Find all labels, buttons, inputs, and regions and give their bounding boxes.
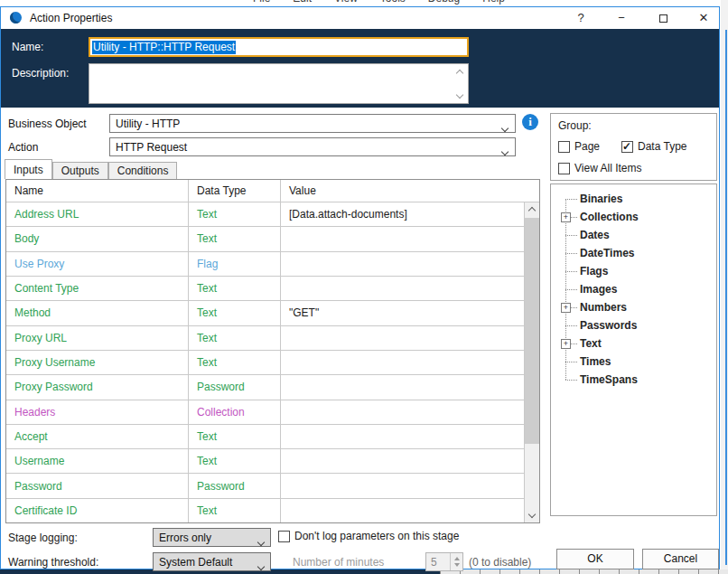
cell-value[interactable] <box>281 227 524 250</box>
tree-item-dates[interactable]: Dates <box>551 226 716 244</box>
tree-item-label: Numbers <box>580 301 627 314</box>
cell-name: Body <box>6 227 189 250</box>
cell-name: Headers <box>6 400 189 424</box>
cell-value[interactable] <box>281 449 524 473</box>
table-row[interactable]: Use ProxyFlag <box>6 252 524 277</box>
cell-name: Content Type <box>6 277 189 300</box>
data-type-checkbox[interactable] <box>621 141 633 153</box>
cell-type: Password <box>189 474 281 497</box>
cell-name: Password <box>6 474 189 497</box>
close-icon[interactable]: ✕ <box>690 7 717 29</box>
title-bar[interactable]: Action Properties ? − ✕ <box>1 7 719 29</box>
tree-item-text[interactable]: +Text <box>551 334 716 353</box>
tree-item-datetimes[interactable]: DateTimes <box>551 244 716 262</box>
action-dropdown[interactable]: HTTP Request <box>109 137 516 156</box>
expand-plus-icon[interactable]: + <box>561 303 571 313</box>
dont-log-checkbox[interactable] <box>278 531 290 542</box>
cancel-button[interactable]: Cancel <box>642 549 719 569</box>
tree-item-timespans[interactable]: TimeSpans <box>551 371 716 389</box>
table-row[interactable]: Content TypeText <box>6 277 524 301</box>
tree-item-times[interactable]: Times <box>551 353 716 371</box>
cell-value[interactable]: "GET" <box>281 301 524 325</box>
table-row[interactable]: Proxy URLText <box>6 326 524 351</box>
cell-value[interactable] <box>281 277 524 300</box>
scrollbar-thumb[interactable] <box>525 218 539 444</box>
cell-value[interactable] <box>281 474 524 497</box>
menu-tools[interactable]: Tools <box>380 0 406 5</box>
scroll-up-icon[interactable] <box>525 202 539 217</box>
tree-item-flags[interactable]: Flags <box>551 262 716 280</box>
tree-item-numbers[interactable]: +Numbers <box>551 298 716 316</box>
table-row[interactable]: BodyText <box>6 227 524 251</box>
tab-conditions[interactable]: Conditions <box>108 162 178 179</box>
tree-item-binaries[interactable]: Binaries <box>551 190 716 208</box>
cell-value[interactable]: [Data.attach-documents] <box>281 202 524 226</box>
table-row[interactable]: Proxy UsernameText <box>6 351 524 375</box>
tree-item-label: TimeSpans <box>580 373 638 386</box>
expand-plus-icon[interactable]: + <box>561 339 571 349</box>
cell-value[interactable] <box>281 252 524 276</box>
description-input[interactable] <box>89 63 469 104</box>
table-row[interactable]: MethodText"GET" <box>6 301 524 325</box>
cell-value[interactable] <box>281 375 524 399</box>
table-row[interactable]: UsernameText <box>6 449 524 474</box>
info-icon[interactable]: i <box>522 114 538 130</box>
table-row[interactable]: Proxy PasswordPassword <box>6 375 524 400</box>
maximize-icon[interactable] <box>649 7 677 29</box>
menu-view[interactable]: View <box>334 0 358 5</box>
chevron-down-icon <box>502 121 508 134</box>
menu-edit[interactable]: Edit <box>293 0 312 5</box>
chevron-down-icon <box>258 560 264 572</box>
name-input[interactable]: Utility - HTTP::HTTP Request <box>89 37 469 57</box>
cell-type: Text <box>189 499 281 522</box>
inputs-table-body: Address URLText[Data.attach-documents]Bo… <box>6 202 524 522</box>
cell-value[interactable] <box>281 425 524 448</box>
warning-threshold-dropdown[interactable]: System Default <box>153 552 271 571</box>
tab-outputs[interactable]: Outputs <box>52 162 108 179</box>
cell-value[interactable] <box>281 351 524 374</box>
description-scroll-down-icon[interactable] <box>453 89 467 101</box>
table-scrollbar[interactable] <box>524 202 539 522</box>
tree-item-collections[interactable]: +Collections <box>551 208 716 226</box>
tree-connector <box>565 271 577 272</box>
checkbox-label: Page <box>574 140 600 153</box>
cell-name: Accept <box>6 425 189 448</box>
stage-logging-dropdown[interactable]: Errors only <box>153 528 271 547</box>
scroll-down-icon[interactable] <box>525 508 539 522</box>
number-of-minutes-label: Number of minutes <box>293 556 384 569</box>
checkbox-row-data-type[interactable]: Data Type <box>621 140 686 153</box>
tree-connector <box>565 362 577 362</box>
table-row[interactable]: Certificate IDText <box>6 499 524 522</box>
tab-inputs[interactable]: Inputs <box>5 159 52 179</box>
cell-value[interactable] <box>281 499 524 522</box>
menu-file[interactable]: File <box>253 0 270 5</box>
checkbox-row-page[interactable]: Page <box>558 140 600 153</box>
minimize-icon[interactable]: − <box>608 7 635 29</box>
tree-item-passwords[interactable]: Passwords <box>551 316 716 334</box>
cell-value[interactable] <box>281 326 524 350</box>
tree-connector <box>565 289 577 290</box>
cell-type: Collection <box>189 400 281 424</box>
menu-debug[interactable]: Debug <box>428 0 460 5</box>
help-icon[interactable]: ? <box>567 7 594 29</box>
menu-help[interactable]: Help <box>482 0 505 5</box>
expand-plus-icon[interactable]: + <box>561 212 571 222</box>
checkbox-row-view-all-items[interactable]: View All Items <box>558 162 641 174</box>
description-scroll-up-icon[interactable] <box>453 66 467 79</box>
table-row[interactable]: Address URLText[Data.attach-documents] <box>6 202 524 227</box>
table-row[interactable]: HeadersCollection <box>6 400 524 425</box>
cell-name: Username <box>6 449 189 473</box>
tree-item-label: DateTimes <box>580 247 634 259</box>
column-header-data-type: Data Type <box>189 180 281 202</box>
page-checkbox[interactable] <box>558 141 570 153</box>
ok-button[interactable]: OK <box>556 549 634 569</box>
view-all-items-checkbox[interactable] <box>558 163 570 174</box>
table-row[interactable]: PasswordPassword <box>6 474 524 498</box>
dont-log-checkbox-row[interactable]: Don't log parameters on this stage <box>278 530 459 542</box>
business-object-dropdown[interactable]: Utility - HTTP <box>109 114 516 133</box>
cell-value[interactable] <box>281 400 524 424</box>
table-row[interactable]: AcceptText <box>6 425 524 449</box>
tree-item-images[interactable]: Images <box>551 280 716 298</box>
minutes-value: 5 <box>426 553 450 570</box>
cell-type: Text <box>189 326 281 350</box>
